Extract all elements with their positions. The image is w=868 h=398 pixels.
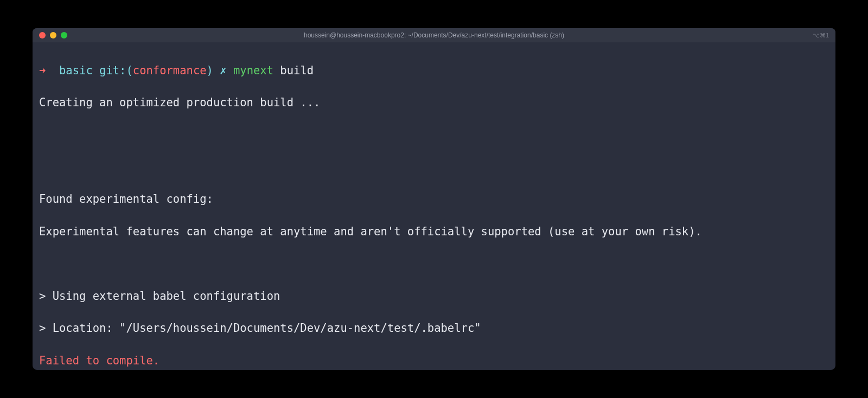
- tab-indicator: ⌥⌘1: [813, 32, 829, 39]
- blank-line: [39, 256, 829, 272]
- blank-line: [39, 127, 829, 144]
- prompt-line: ➜ basic git:(conformance) ✗ mynext build: [39, 63, 829, 79]
- command-bin: mynext: [233, 64, 273, 77]
- terminal-window: houssein@houssein-macbookpro2: ~/Documen…: [33, 28, 835, 370]
- output-line: Experimental features can change at anyt…: [39, 224, 829, 240]
- terminal-body[interactable]: ➜ basic git:(conformance) ✗ mynext build…: [33, 42, 835, 370]
- git-suffix: ): [207, 64, 213, 77]
- close-icon[interactable]: [39, 32, 46, 38]
- maximize-icon[interactable]: [61, 32, 67, 38]
- output-line: Found experimental config:: [39, 191, 829, 208]
- prompt-dir: basic: [59, 64, 93, 77]
- blank-line: [39, 159, 829, 176]
- error-line: Failed to compile.: [39, 353, 829, 369]
- title-bar: houssein@houssein-macbookpro2: ~/Documen…: [33, 28, 835, 42]
- traffic-lights: [39, 32, 67, 38]
- git-branch: conformance: [133, 64, 207, 77]
- window-title: houssein@houssein-macbookpro2: ~/Documen…: [304, 31, 564, 39]
- minimize-icon[interactable]: [50, 32, 56, 38]
- git-prefix: git:(: [99, 64, 133, 77]
- dirty-icon: ✗: [220, 64, 226, 77]
- output-line: > Location: "/Users/houssein/Documents/D…: [39, 320, 829, 337]
- prompt-arrow-icon: ➜: [39, 64, 46, 77]
- command-args: build: [280, 64, 314, 77]
- output-line: Creating an optimized production build .…: [39, 95, 829, 111]
- output-line: > Using external babel configuration: [39, 288, 829, 305]
